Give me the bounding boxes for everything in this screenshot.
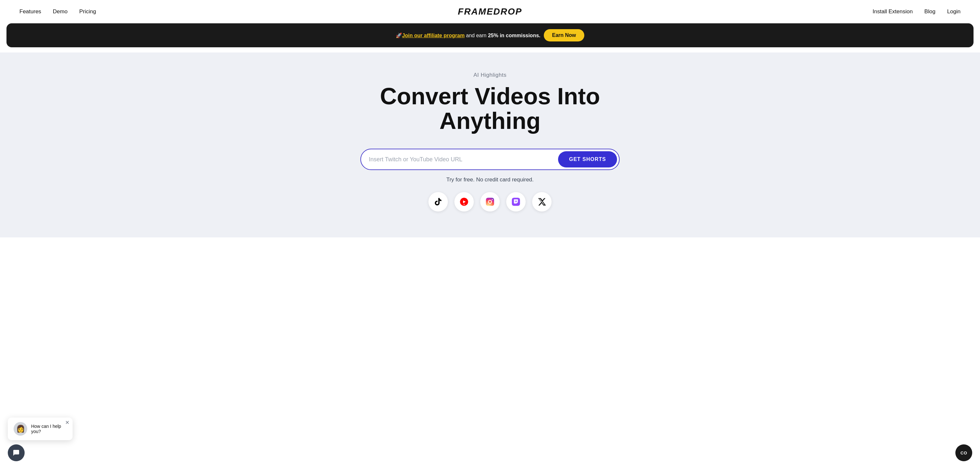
nav-pricing[interactable]: Pricing (79, 8, 96, 15)
svg-rect-7 (516, 200, 517, 202)
banner-text: 🚀Join our affiliate program and earn 25%… (396, 32, 541, 38)
rocket-icon: 🚀 (396, 33, 402, 38)
tiktok-icon[interactable] (428, 192, 448, 211)
affiliate-link[interactable]: Join our affiliate program (402, 33, 465, 38)
affiliate-banner: 🚀Join our affiliate program and earn 25%… (6, 23, 974, 47)
svg-rect-2 (486, 198, 494, 206)
instagram-icon[interactable] (480, 192, 500, 211)
nav-logo: FRAMEDROP (458, 6, 522, 17)
svg-point-4 (492, 199, 493, 200)
hero-section: AI Highlights Convert Videos Into Anythi… (0, 52, 980, 237)
url-input-wrapper: GET SHORTS (360, 149, 620, 170)
nav-left: Features Demo Pricing (19, 8, 96, 15)
nav-install-extension[interactable]: Install Extension (873, 8, 913, 15)
hero-title: Convert Videos Into Anything (344, 84, 636, 133)
nav-login[interactable]: Login (947, 8, 961, 15)
free-trial-text: Try for free. No credit card required. (446, 176, 534, 183)
svg-text:S: S (463, 203, 465, 205)
youtube-shorts-icon[interactable]: S (454, 192, 474, 211)
hero-subtitle: AI Highlights (474, 72, 506, 78)
url-input[interactable] (369, 156, 558, 163)
nav-right: Install Extension Blog Login (873, 8, 961, 15)
banner-middle: and earn (465, 33, 488, 38)
nav-demo[interactable]: Demo (53, 8, 67, 15)
banner-bold: 25% in commissions. (488, 33, 541, 38)
get-shorts-button[interactable]: GET SHORTS (558, 151, 617, 167)
nav-features[interactable]: Features (19, 8, 41, 15)
nav-blog[interactable]: Blog (924, 8, 935, 15)
twitch-icon[interactable] (506, 192, 526, 211)
platform-icons-row: S (428, 192, 552, 211)
svg-rect-6 (515, 200, 516, 202)
navbar: Features Demo Pricing FRAMEDROP Install … (0, 0, 980, 23)
x-twitter-icon[interactable] (532, 192, 552, 211)
earn-now-button[interactable]: Earn Now (544, 29, 585, 41)
